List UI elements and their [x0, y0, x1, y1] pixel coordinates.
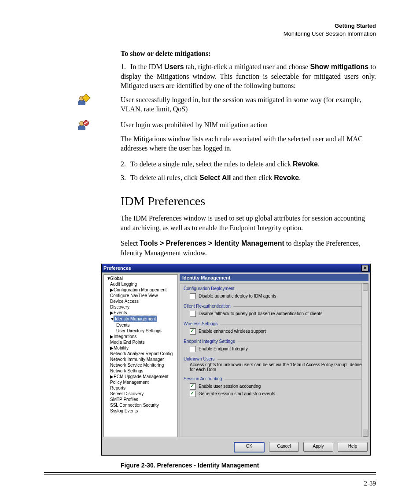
intro-paragraph: The IDM Preferences window is used to se… [121, 213, 376, 233]
tree-item[interactable]: Configure NavTree View [104, 293, 177, 298]
step-2: 2.To delete a single rule, select the ru… [121, 159, 376, 169]
page-header: Getting Started Monitoring User Session … [44, 22, 376, 37]
step-1: 1.In the IDM Users tab, right-click a mi… [121, 62, 376, 91]
tree-item[interactable]: Media End Points [104, 339, 177, 345]
checkbox-enhanced-wireless[interactable] [190, 328, 196, 335]
tree-item[interactable]: Audit Logging [104, 281, 177, 287]
user-prohibited-icon [77, 121, 87, 131]
nav-paragraph: Select Tools > Preferences > Identity Ma… [121, 239, 376, 258]
close-icon[interactable]: ✕ [361, 265, 368, 272]
group-client-reauth: Client Re-authentication Disable fallbac… [184, 304, 365, 317]
button-row: OK Cancel Apply Help [102, 439, 370, 455]
help-button[interactable]: Help [338, 442, 368, 452]
tree-item[interactable]: Network Immunity Manager [104, 357, 177, 362]
page-number: 2-39 [364, 480, 376, 487]
apply-button[interactable]: Apply [303, 442, 333, 452]
tree-item[interactable]: Network Analyzer Report Config [104, 351, 177, 357]
preferences-window: Preferences ✕ ▼Global Audit Logging ▶Con… [101, 264, 371, 456]
group-endpoint-integrity: Endpoint Integrity Settings Enable Endpo… [184, 339, 365, 352]
tree-item[interactable]: Device Access [104, 298, 177, 304]
tree-item[interactable]: Events [104, 322, 177, 328]
tree-item[interactable]: Syslog Events [104, 408, 177, 414]
footer-rule [44, 472, 376, 475]
cancel-button[interactable]: Cancel [269, 442, 299, 452]
user-mitigated-icon [77, 96, 87, 106]
group-config-deployment: Configuration Deployment Disable automat… [184, 286, 365, 299]
step-3: 3.To delete all rules, click Select All … [121, 173, 376, 183]
section-title: Monitoring User Session Information [44, 30, 376, 38]
group-unknown-users: Unknown Users Access rights for unknown … [184, 357, 365, 372]
tree-item[interactable]: ▶Events [104, 310, 177, 316]
tree-item[interactable]: Server Discovery [104, 391, 177, 397]
pane-title: Identity Management [180, 274, 368, 281]
tree-item[interactable]: User Directory Settings [104, 328, 177, 334]
figure-caption: Figure 2-30. Preferences - Identity Mana… [121, 462, 376, 469]
procedure-heading: To show or delete mitigations: [121, 50, 376, 58]
section-heading: IDM Preferences [121, 194, 376, 208]
icon-note-2: User login was prohibited by NIM mitigat… [44, 120, 376, 153]
checkbox-endpoint-integrity[interactable] [190, 346, 196, 352]
tree-item[interactable]: Policy Management [104, 379, 177, 385]
tree-item[interactable]: ▶Integrations [104, 334, 177, 339]
window-titlebar[interactable]: Preferences ✕ [102, 264, 370, 272]
tree-item[interactable]: ▶Mobility [104, 345, 177, 351]
chapter-title: Getting Started [44, 22, 376, 30]
icon-note-1: User successfully logged in, but the ses… [44, 95, 376, 114]
checkbox-disable-auto-deploy[interactable] [190, 293, 196, 299]
ok-button[interactable]: OK [234, 442, 265, 452]
tree-item[interactable]: Network Settings [104, 368, 177, 374]
tree-item[interactable]: ▶Configuration Management [104, 287, 177, 293]
tree-item-selected[interactable]: ▼Identity Management [104, 316, 177, 322]
window-title: Preferences [103, 265, 131, 271]
preferences-tree[interactable]: ▼Global Audit Logging ▶Configuration Man… [103, 274, 178, 437]
tree-item[interactable]: ▶PCM Upgrade Management [104, 374, 177, 379]
tree-item[interactable]: SSL Connection Security [104, 402, 177, 408]
tree-item[interactable]: Network Service Monitoring [104, 362, 177, 368]
tree-item[interactable]: Reports [104, 385, 177, 391]
checkbox-session-accounting[interactable] [190, 383, 196, 390]
scrollbar[interactable] [361, 283, 368, 437]
group-session-accounting: Session Accounting Enable user session a… [184, 376, 365, 397]
group-wireless: Wireless Settings Enable enhanced wirele… [184, 321, 365, 335]
checkbox-disable-fallback[interactable] [190, 311, 196, 317]
tree-item[interactable]: SMTP Profiles [104, 397, 177, 402]
checkbox-session-events[interactable] [190, 391, 196, 397]
tree-item[interactable]: Discovery [104, 304, 177, 310]
